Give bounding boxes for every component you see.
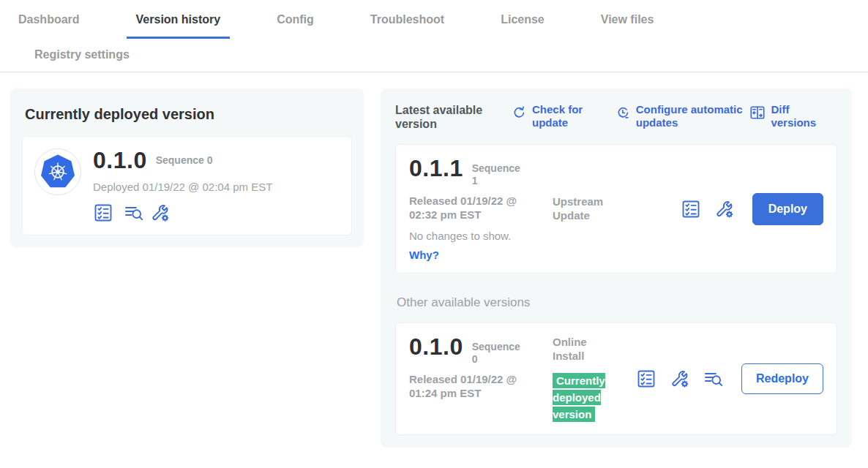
- tab-registry-settings[interactable]: Registry settings: [25, 48, 139, 61]
- schedule-update-icon: [615, 105, 631, 121]
- other-versions-title: Other available versions: [397, 295, 837, 310]
- tab-troubleshoot[interactable]: Troubleshoot: [361, 13, 454, 37]
- check-for-update-link[interactable]: Check for update: [511, 103, 593, 129]
- latest-sequence-label: Sequence 1: [472, 162, 525, 187]
- deployed-timestamp: Deployed 01/19/22 @ 02:04 pm EST: [93, 181, 272, 193]
- tab-view-files[interactable]: View files: [591, 13, 664, 37]
- latest-version-actions: Deploy: [681, 193, 823, 225]
- nav-row-1: Dashboard Version history Config Trouble…: [0, 0, 868, 39]
- currently-deployed-panel: Currently deployed version 0.1.0 Sequenc…: [10, 88, 364, 247]
- currently-deployed-card: 0.1.0 Sequence 0 Deployed 01/19/22 @ 02:…: [22, 136, 352, 235]
- latest-version-card: 0.1.1 Sequence 1 Released 01/19/22 @ 02:…: [395, 144, 837, 273]
- preflight-checks-icon[interactable]: [636, 369, 656, 389]
- upstream-update-label: Upstream Update: [553, 195, 635, 222]
- app-window: Dashboard Version history Config Trouble…: [0, 0, 868, 468]
- tab-version-history[interactable]: Version history: [127, 13, 231, 39]
- edit-config-icon[interactable]: [714, 199, 735, 219]
- deploy-logs-icon[interactable]: [703, 369, 724, 389]
- deployed-version-info: 0.1.0 Sequence 0 Deployed 01/19/22 @ 02:…: [93, 148, 272, 223]
- other-sequence-label: Sequence 0: [472, 341, 525, 366]
- redeploy-button[interactable]: Redeploy: [741, 363, 823, 394]
- latest-released-timestamp: Released 01/19/22 @ 02:32 pm EST: [409, 194, 541, 222]
- configure-automatic-updates-label: Configure automatic updates: [636, 103, 750, 129]
- no-changes-text: No changes to show.: [409, 230, 553, 242]
- tab-dashboard[interactable]: Dashboard: [9, 13, 89, 37]
- other-version-card: 0.1.0 Sequence 0 Released 01/19/22 @ 01:…: [395, 322, 837, 435]
- check-for-update-label: Check for update: [532, 103, 593, 129]
- tab-config[interactable]: Config: [267, 13, 323, 37]
- latest-version-title: Latest available version: [395, 103, 505, 131]
- nav-row-2: Registry settings: [0, 39, 868, 72]
- available-versions-panel: Latest available version Check for updat…: [381, 88, 852, 448]
- top-nav: Dashboard Version history Config Trouble…: [0, 0, 868, 72]
- deploy-logs-icon[interactable]: [124, 203, 144, 223]
- latest-version-number: 0.1.1: [409, 156, 463, 180]
- deployed-action-icons: [93, 203, 272, 223]
- diff-icon: [749, 105, 766, 121]
- kubernetes-logo-icon: [34, 148, 81, 195]
- latest-version-main: 0.1.1 Sequence 1 Released 01/19/22 @ 02:…: [409, 156, 553, 261]
- diff-versions-link[interactable]: Diff versions: [749, 103, 837, 129]
- currently-deployed-badge: Currently deployed version: [553, 373, 605, 422]
- latest-version-source: Upstream Update: [553, 156, 635, 261]
- deployed-version-number: 0.1.0: [93, 148, 147, 172]
- other-version-number: 0.1.0: [409, 335, 463, 358]
- edit-config-icon[interactable]: [670, 369, 690, 389]
- diff-versions-label: Diff versions: [771, 103, 837, 129]
- other-version-main: 0.1.0 Sequence 0 Released 01/19/22 @ 01:…: [409, 335, 553, 423]
- edit-config-icon[interactable]: [150, 203, 171, 223]
- why-link[interactable]: Why?: [409, 249, 553, 261]
- other-released-timestamp: Released 01/19/22 @ 01:24 pm EST: [409, 372, 541, 400]
- deploy-button[interactable]: Deploy: [752, 193, 823, 225]
- online-install-label: Online Install: [553, 335, 598, 363]
- other-version-actions: Redeploy: [636, 363, 823, 394]
- preflight-checks-icon[interactable]: [93, 203, 113, 223]
- configure-automatic-updates-link[interactable]: Configure automatic updates: [615, 103, 750, 129]
- refresh-arrow-icon: [511, 105, 527, 121]
- tab-license[interactable]: License: [491, 13, 554, 37]
- preflight-checks-icon[interactable]: [681, 199, 701, 219]
- deployed-sequence-label: Sequence 0: [156, 154, 213, 167]
- currently-deployed-badge-wrap: Currently deployed version: [553, 372, 611, 423]
- other-version-source: Online Install Currently deployed versio…: [553, 335, 635, 423]
- latest-version-header: Latest available version Check for updat…: [395, 103, 837, 131]
- currently-deployed-title: Currently deployed version: [25, 106, 352, 123]
